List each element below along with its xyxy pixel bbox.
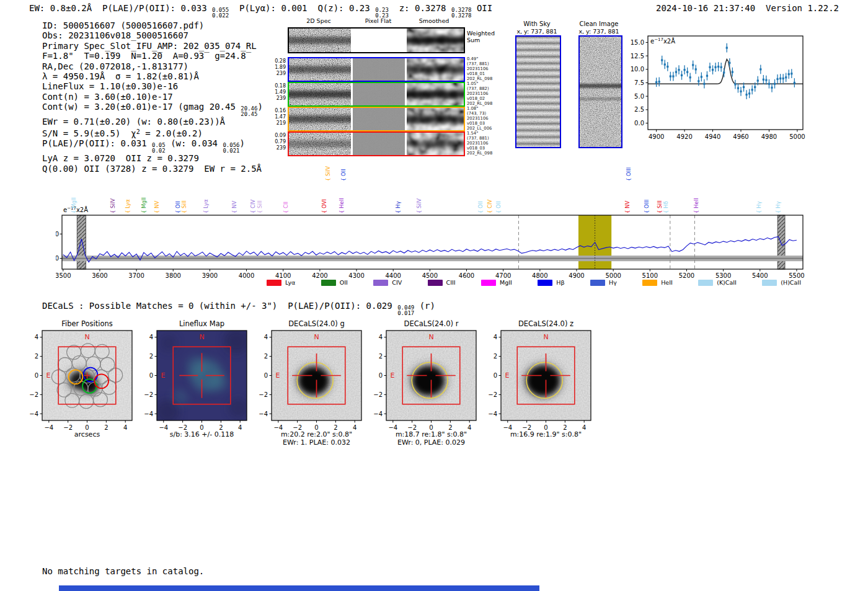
svg-text:12.5: 12.5: [631, 53, 644, 60]
svg-text:2.5: 2.5: [634, 106, 644, 113]
cutout-panel-fiber: NE−4−4−2−2002244Fiber Positionsarcsecs: [24, 314, 141, 447]
legend-swatch: [481, 280, 496, 286]
legend-item: Lyα: [267, 279, 295, 286]
info-line: S/N = 5.9(±0.5) χ2 = 2.0(±0.2): [42, 127, 263, 138]
spec2d-column-header: Smoothed: [406, 17, 462, 24]
spectral-line-label: { SiII: [181, 200, 187, 213]
uncertainty-stack: 0.0550.022: [212, 7, 229, 18]
svg-text:4: 4: [353, 424, 356, 431]
svg-text:2: 2: [379, 353, 383, 360]
legend-swatch: [642, 280, 657, 286]
spectral-line-label: { SiIV: [416, 198, 422, 213]
svg-text:0: 0: [379, 372, 383, 379]
spectral-line-label: { CIV: [250, 199, 256, 213]
legend-swatch: [698, 280, 713, 286]
svg-text:−2: −2: [144, 391, 153, 398]
legend-label: (K)CaII: [717, 279, 737, 286]
spec2d-cell: [289, 133, 351, 155]
text-segment: (r): [414, 301, 435, 311]
spec2d-cell: [353, 108, 405, 130]
info-line: Obs: 20231106v018_5000516607: [42, 30, 263, 40]
legend-item: Hβ: [538, 279, 564, 286]
legend-label: OII: [340, 279, 348, 286]
cutout-sublabel: EWr: 0, PLAE: 0.029: [397, 438, 465, 447]
spec2d-cell: [407, 108, 464, 130]
text-segment: EW: 0.8±0.2Å P(LAE)/P(OII): 0.033: [29, 3, 212, 13]
cutout-xlabel: m:20.2 re:2.0" s:0.8": [281, 430, 352, 438]
legend-label: CIV: [392, 279, 402, 286]
info-line: λ = 4950.19Å σ = 1.82(±0.81)Å: [42, 71, 263, 81]
legend-swatch: [428, 280, 443, 286]
svg-text:5000: 5000: [789, 133, 805, 140]
spectral-line-label: { MgII: [71, 197, 77, 213]
spectral-line-label: { OVI: [321, 199, 327, 213]
info-line: RA,Dec (20.072018,-1.813177): [42, 61, 263, 71]
uncertainty-stack: 0.0560.021: [223, 143, 239, 153]
legend-item: Hγ: [590, 279, 617, 286]
legend-swatch: [373, 280, 388, 286]
compass-north: N: [543, 333, 548, 341]
text-segment: ): [240, 138, 245, 148]
line-fit-zoom-plot: 0.02.55.07.510.012.515.04900492049404960…: [623, 31, 809, 146]
info-line: Primary Spec_Slot_IFU_AMP: 202_035_074_R…: [42, 41, 263, 51]
compass-east: E: [46, 371, 51, 380]
spec2d-column-header: Pixel Flat: [350, 17, 406, 24]
spec2d-row-stats: 0.181.49239: [272, 83, 286, 101]
spectral-line-label: { NV: [624, 201, 631, 213]
info-line: ID: 5000516607 (5000516607.pdf): [42, 20, 263, 30]
uncertainty-stack: 0.230.23: [375, 7, 389, 18]
svg-text:4940: 4940: [705, 133, 720, 140]
spectral-line-legend: LyαOIICIVCIIIMgIIHβHγHeII(K)CaII(H)CaII: [267, 278, 801, 287]
text-segment: z: 0.3278: [389, 3, 451, 13]
compass-east: E: [391, 371, 395, 380]
legend-item: OII: [321, 279, 348, 286]
svg-text:4: 4: [467, 424, 471, 431]
svg-text:0.0: 0.0: [634, 120, 644, 127]
footer-notes: No matching targets in catalog. Row inte…: [42, 543, 204, 591]
svg-text:0: 0: [264, 372, 268, 379]
svg-text:4900: 4900: [649, 133, 664, 140]
cutout-xlabel: s/b: 3.16 +/- 0.118: [170, 430, 234, 438]
svg-text:−4: −4: [373, 411, 383, 417]
legend-label: Hγ: [609, 279, 617, 286]
spec2d-weighted-row: [288, 27, 465, 53]
legend-swatch: [762, 280, 777, 286]
spec2d-cell: [353, 29, 405, 52]
clean-image: [578, 35, 622, 148]
text-segment: = 2.0(±0.2): [140, 128, 203, 138]
svg-text:10.0: 10.0: [631, 66, 644, 73]
spec2d-row-annotation: 1.54"(737, 881)20231106v018_03202_RL_098: [467, 131, 492, 156]
svg-text:4980: 4980: [761, 133, 777, 140]
spectral-line-label: { Lyα: [203, 199, 209, 213]
spectral-line-label: { HeII: [339, 198, 345, 213]
info-line: LineFlux = 1.10(±0.30)e-16: [42, 81, 263, 91]
svg-text:7.5: 7.5: [634, 79, 644, 86]
info-line: P(LAE)/P(OII): 0.031 0.050.02 (w: 0.034 …: [42, 138, 263, 153]
svg-text:5.0: 5.0: [634, 93, 644, 100]
cutout-xlabel: m:18.7 re:1.8" s:0.8": [396, 430, 467, 438]
spec2d-row-stats: 0.161.47219: [272, 108, 286, 126]
compass-north: N: [428, 333, 433, 341]
spec2d-cell: [407, 58, 464, 81]
svg-text:−2: −2: [63, 424, 73, 431]
spectral-line-label: { OII: [477, 201, 484, 213]
svg-text:3800: 3800: [166, 272, 181, 279]
spectral-line-label: { SiIV: [325, 166, 331, 181]
text-segment: Obs: 20231106v018_5000516607: [42, 30, 188, 40]
cutout-sublabel: EWr: 1. PLAE: 0.032: [283, 438, 350, 447]
footer-note-1: No matching targets in catalog.: [42, 566, 204, 576]
svg-text:0: 0: [35, 372, 38, 379]
legend-item: MgII: [481, 279, 512, 286]
uncertainty-stack: 0.32780.3278: [451, 7, 472, 18]
compass-east: E: [276, 371, 280, 380]
spectral-line-label: { Hδ: [663, 201, 669, 213]
compass-east: E: [161, 371, 166, 380]
svg-text:3500: 3500: [56, 272, 71, 279]
text-segment: S/N = 5.9(±0.5) χ: [42, 128, 136, 138]
text-segment: DECaLS : Possible Matches = 0 (within +/…: [42, 301, 397, 311]
with-sky-image: [515, 35, 561, 148]
spectral-line-label: { OIII: [626, 167, 632, 181]
legend-swatch: [590, 280, 605, 286]
text-segment: OII: [471, 3, 492, 13]
cutout-panel-img: NE−4−4−2−2002244DECaLS(24.0) gm:20.2 re:…: [253, 314, 371, 447]
